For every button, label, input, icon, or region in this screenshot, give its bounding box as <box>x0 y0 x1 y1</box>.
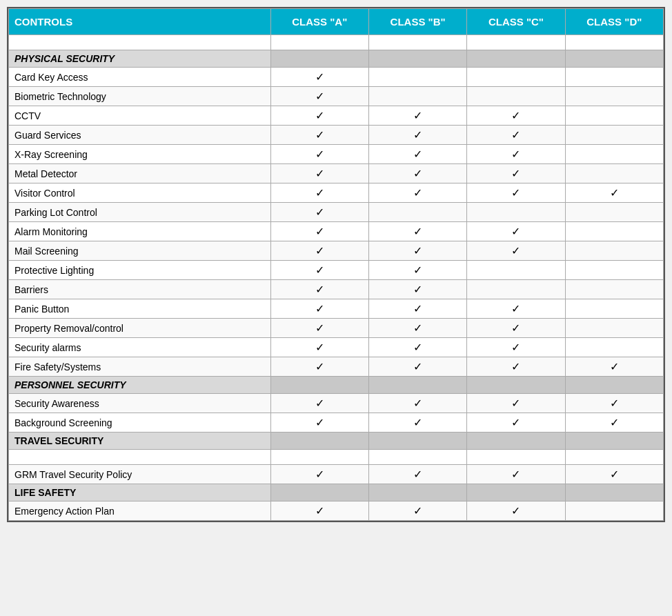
checkmark: ✓ <box>413 303 422 315</box>
control-label: Biometric Technology <box>9 87 271 106</box>
spacer-row <box>9 450 664 465</box>
class-b-cell: ✓ <box>368 106 466 126</box>
checkmark: ✓ <box>413 168 422 179</box>
checkmark: ✓ <box>610 468 619 480</box>
class-a-cell: ✓ <box>270 164 368 183</box>
header-class-c: CLASS "C" <box>467 9 565 35</box>
table-row: Alarm Monitoring✓✓✓ <box>9 222 664 241</box>
checkmark: ✓ <box>511 417 520 428</box>
class-d-cell <box>565 222 663 241</box>
spacer-row <box>9 35 664 50</box>
table-row: Barriers✓✓ <box>9 280 664 299</box>
checkmark: ✓ <box>610 361 619 372</box>
checkmark: ✓ <box>413 284 422 295</box>
class-d-cell: ✓ <box>565 413 663 433</box>
control-label: Background Screening <box>9 413 271 433</box>
class-b-cell: ✓ <box>368 357 466 377</box>
checkmark: ✓ <box>511 505 520 517</box>
checkmark: ✓ <box>413 245 422 257</box>
checkmark: ✓ <box>413 341 422 353</box>
class-c-cell: ✓ <box>467 241 565 261</box>
control-label: CCTV <box>9 106 271 126</box>
control-label: Fire Safety/Systems <box>9 357 271 377</box>
checkmark: ✓ <box>413 361 422 372</box>
table-row: CCTV✓✓✓ <box>9 106 664 126</box>
class-c-cell: ✓ <box>467 106 565 126</box>
class-a-cell: ✓ <box>270 106 368 126</box>
table-row: Biometric Technology✓ <box>9 87 664 106</box>
checkmark: ✓ <box>511 187 520 199</box>
header-class-d: CLASS "D" <box>565 9 663 35</box>
table-row: Protective Lighting✓✓ <box>9 261 664 280</box>
table-row: Card Key Access✓ <box>9 68 664 87</box>
table-row: Property Removal/control✓✓✓ <box>9 319 664 338</box>
control-label: Protective Lighting <box>9 261 271 280</box>
control-label: Security alarms <box>9 338 271 357</box>
checkmark: ✓ <box>413 129 422 141</box>
checkmark: ✓ <box>511 148 520 160</box>
checkmark: ✓ <box>315 397 324 409</box>
checkmark: ✓ <box>413 417 422 428</box>
table-row: Guard Services✓✓✓ <box>9 126 664 145</box>
class-b-cell: ✓ <box>368 465 466 484</box>
class-c-cell: ✓ <box>467 501 565 521</box>
checkmark: ✓ <box>413 226 422 237</box>
checkmark: ✓ <box>315 148 324 160</box>
checkmark: ✓ <box>315 341 324 353</box>
class-d-cell: ✓ <box>565 357 663 377</box>
checkmark: ✓ <box>511 129 520 141</box>
class-b-cell: ✓ <box>368 299 466 319</box>
class-c-cell <box>467 280 565 299</box>
class-a-cell: ✓ <box>270 338 368 357</box>
class-c-cell: ✓ <box>467 357 565 377</box>
class-b-cell: ✓ <box>368 338 466 357</box>
class-c-cell: ✓ <box>467 183 565 203</box>
header-class-b: CLASS "B" <box>368 9 466 35</box>
class-b-cell: ✓ <box>368 183 466 203</box>
class-a-cell: ✓ <box>270 299 368 319</box>
class-c-cell <box>467 261 565 280</box>
class-c-cell: ✓ <box>467 338 565 357</box>
class-b-cell <box>368 87 466 106</box>
checkmark: ✓ <box>315 417 324 428</box>
class-c-cell <box>467 87 565 106</box>
control-label: Emergency Action Plan <box>9 501 271 521</box>
checkmark: ✓ <box>610 417 619 428</box>
checkmark: ✓ <box>511 245 520 257</box>
class-c-cell: ✓ <box>467 413 565 433</box>
table-row: Background Screening✓✓✓✓ <box>9 413 664 433</box>
class-d-cell <box>565 203 663 222</box>
class-b-cell: ✓ <box>368 413 466 433</box>
control-label: Property Removal/control <box>9 319 271 338</box>
class-a-cell: ✓ <box>270 126 368 145</box>
class-b-cell: ✓ <box>368 126 466 145</box>
class-c-cell: ✓ <box>467 222 565 241</box>
checkmark: ✓ <box>315 187 324 199</box>
control-label: Parking Lot Control <box>9 203 271 222</box>
class-c-cell: ✓ <box>467 465 565 484</box>
checkmark: ✓ <box>413 397 422 409</box>
table-row: X-Ray Screening✓✓✓ <box>9 145 664 164</box>
class-d-cell <box>565 126 663 145</box>
checkmark: ✓ <box>315 245 324 257</box>
table-row: Fire Safety/Systems✓✓✓✓ <box>9 357 664 377</box>
checkmark: ✓ <box>511 110 520 121</box>
table-row: Security Awareness✓✓✓✓ <box>9 394 664 413</box>
class-d-cell <box>565 164 663 183</box>
table-row: Panic Button✓✓✓ <box>9 299 664 319</box>
class-a-cell: ✓ <box>270 145 368 164</box>
class-c-cell: ✓ <box>467 394 565 413</box>
class-d-cell <box>565 87 663 106</box>
class-b-cell: ✓ <box>368 319 466 338</box>
checkmark: ✓ <box>315 264 324 276</box>
section-header-row: PERSONNEL SECURITY <box>9 377 664 394</box>
class-c-cell: ✓ <box>467 299 565 319</box>
control-label: GRM Travel Security Policy <box>9 465 271 484</box>
checkmark: ✓ <box>511 226 520 237</box>
checkmark: ✓ <box>315 284 324 295</box>
class-a-cell: ✓ <box>270 241 368 261</box>
control-label: Alarm Monitoring <box>9 222 271 241</box>
checkmark: ✓ <box>511 468 520 480</box>
checkmark: ✓ <box>315 129 324 141</box>
table-row: GRM Travel Security Policy✓✓✓✓ <box>9 465 664 484</box>
